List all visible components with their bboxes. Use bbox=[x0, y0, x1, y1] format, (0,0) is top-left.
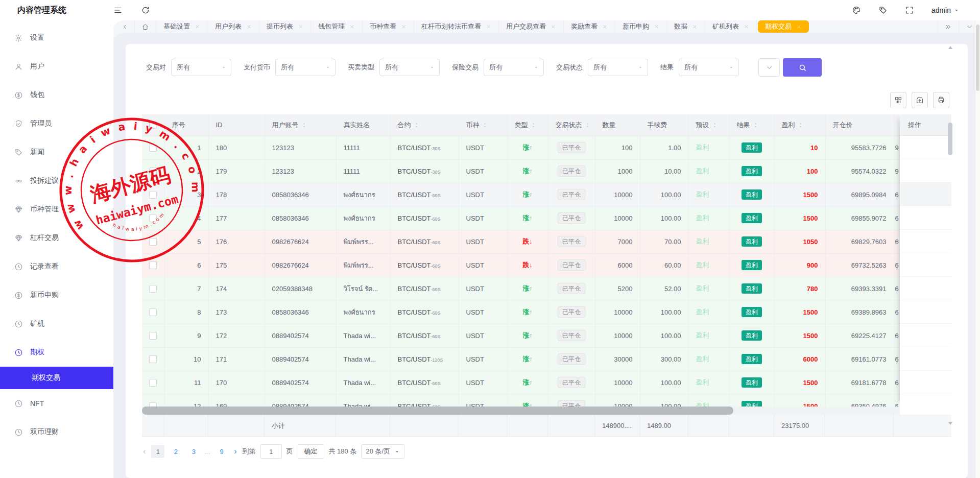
column-header-account[interactable]: 用户账号 bbox=[265, 114, 336, 136]
row-checkbox[interactable] bbox=[149, 214, 157, 222]
tab-8[interactable]: 奖励查看 bbox=[564, 20, 615, 33]
table-row[interactable]: 81730858036346พงศ์ธนากรBTC/USDT-60SUSDT涨… bbox=[142, 300, 951, 324]
table-row[interactable]: 41770858036346พงศ์ธนากรBTC/USDT-60SUSDT涨… bbox=[142, 206, 951, 230]
page-button-3[interactable]: 3 bbox=[187, 445, 200, 458]
sort-icon[interactable] bbox=[301, 122, 307, 129]
close-icon[interactable] bbox=[401, 24, 407, 30]
tab-11[interactable]: 矿机列表 bbox=[705, 20, 757, 33]
sidebar-item-钱包[interactable]: 钱包 bbox=[0, 81, 113, 109]
next-page-button[interactable]: › bbox=[233, 447, 237, 456]
row-checkbox[interactable] bbox=[149, 402, 157, 407]
sidebar-item-新闻[interactable]: 新闻 bbox=[0, 138, 113, 166]
close-icon[interactable] bbox=[551, 24, 556, 30]
sort-icon[interactable] bbox=[753, 122, 758, 129]
column-header-preset[interactable]: 预设 bbox=[688, 114, 729, 136]
close-icon[interactable] bbox=[602, 24, 608, 30]
page-button-2[interactable]: 2 bbox=[169, 445, 182, 458]
horizontal-scrollbar[interactable] bbox=[142, 407, 900, 415]
sidebar-item-杠杆交易[interactable]: 杠杆交易 bbox=[0, 224, 113, 252]
column-header-type[interactable]: 类型 bbox=[507, 114, 548, 136]
table-row[interactable]: 717402059388348วิโรจน์ รัต...BTC/USDT-60… bbox=[142, 277, 951, 300]
tab-5[interactable]: 币种查看 bbox=[363, 20, 414, 33]
confirm-page-button[interactable]: 确定 bbox=[298, 444, 324, 459]
tab-3[interactable]: 提币列表 bbox=[259, 20, 311, 33]
vertical-scrollbar[interactable] bbox=[947, 46, 953, 425]
sidebar-item-期权[interactable]: 期权 bbox=[0, 338, 113, 367]
sort-icon[interactable] bbox=[414, 122, 419, 129]
refresh-icon[interactable] bbox=[141, 6, 150, 15]
column-header-status[interactable]: 交易状态 bbox=[548, 114, 595, 136]
tag-icon[interactable] bbox=[878, 6, 888, 15]
fullscreen-icon[interactable] bbox=[905, 6, 914, 15]
tab-6[interactable]: 杠杆币划转法币查看 bbox=[414, 20, 499, 33]
close-icon[interactable] bbox=[654, 24, 659, 30]
row-checkbox[interactable] bbox=[149, 261, 157, 269]
goto-page-input[interactable] bbox=[260, 444, 282, 459]
sidebar-item-双币理财[interactable]: 双币理财 bbox=[0, 418, 113, 446]
close-icon[interactable] bbox=[796, 24, 802, 30]
table-row[interactable]: 61750982676624พิมพ์พรร...BTC/USDT-60SUSD… bbox=[142, 253, 951, 277]
table-row[interactable]: 91720889402574Thada wi...BTC/USDT-60SUSD… bbox=[142, 324, 951, 347]
sort-icon[interactable] bbox=[482, 122, 488, 129]
next-tabs-button[interactable] bbox=[937, 20, 959, 33]
page-button-1[interactable]: 1 bbox=[151, 445, 164, 458]
row-checkbox[interactable] bbox=[149, 308, 157, 316]
sidebar-toggle-icon[interactable] bbox=[113, 6, 123, 15]
filter-select-6[interactable]: 所有 bbox=[679, 59, 739, 76]
close-icon[interactable] bbox=[246, 24, 252, 30]
expand-filters-button[interactable] bbox=[758, 58, 780, 77]
row-checkbox[interactable] bbox=[149, 379, 157, 387]
home-tab-button[interactable] bbox=[135, 20, 156, 33]
filter-select-5[interactable]: 所有 bbox=[588, 59, 648, 76]
sidebar-submenu-期权交易[interactable]: 期权交易 bbox=[0, 367, 113, 389]
sidebar-item-币种管理[interactable]: 币种管理 bbox=[0, 195, 113, 224]
sidebar-item-记录查看[interactable]: 记录查看 bbox=[0, 252, 113, 281]
sort-icon[interactable] bbox=[585, 122, 590, 129]
row-checkbox[interactable] bbox=[149, 168, 157, 175]
search-button[interactable] bbox=[783, 58, 822, 77]
table-row[interactable]: 111700889402574Thada wi...BTC/USDT-60SUS… bbox=[142, 371, 951, 394]
export-button[interactable] bbox=[912, 92, 928, 108]
prev-page-button[interactable]: ‹ bbox=[142, 447, 147, 456]
column-header-contract[interactable]: 合约 bbox=[390, 114, 459, 136]
filter-select-3[interactable]: 所有 bbox=[379, 59, 440, 76]
scroll-down-arrow[interactable] bbox=[948, 422, 952, 425]
row-checkbox[interactable] bbox=[149, 355, 157, 363]
close-icon[interactable] bbox=[744, 24, 749, 30]
sort-icon[interactable] bbox=[798, 122, 803, 129]
column-header-result[interactable]: 结果 bbox=[729, 114, 774, 136]
page-button-9[interactable]: 9 bbox=[215, 445, 228, 458]
filter-select-4[interactable]: 所有 bbox=[484, 59, 544, 76]
table-row[interactable]: 101710889402574Thada wi...BTC/USDT-120SU… bbox=[142, 347, 951, 371]
tab-9[interactable]: 新币申购 bbox=[615, 20, 667, 33]
sidebar-item-管理员[interactable]: 管理员 bbox=[0, 109, 113, 138]
h-scroll-thumb[interactable] bbox=[142, 407, 733, 415]
table-row[interactable]: 118012312311111BTC/USDT-30SUSDT涨↑已平仓1001… bbox=[142, 136, 951, 159]
user-menu[interactable]: admin bbox=[931, 6, 960, 14]
tab-2[interactable]: 用户列表 bbox=[208, 20, 259, 33]
scroll-up-arrow[interactable] bbox=[948, 46, 952, 49]
table-row[interactable]: 217912312311111BTC/USDT-30SUSDT涨↑已平仓1000… bbox=[142, 159, 951, 183]
table-row[interactable]: 51760982676624พิมพ์พรร...BTC/USDT-60SUSD… bbox=[142, 230, 951, 253]
tab-12[interactable]: 期权交易 bbox=[758, 20, 809, 33]
table-row[interactable]: 31780858036346พงศ์ธนากรBTC/USDT-60SUSDT涨… bbox=[142, 183, 951, 206]
row-checkbox[interactable] bbox=[149, 332, 157, 340]
v-scroll-thumb[interactable] bbox=[948, 123, 952, 155]
select-all-checkbox[interactable] bbox=[149, 121, 157, 129]
sort-icon[interactable] bbox=[531, 122, 536, 129]
close-icon[interactable] bbox=[298, 24, 303, 30]
close-icon[interactable] bbox=[349, 24, 355, 30]
tab-1[interactable]: 基础设置 bbox=[156, 20, 208, 33]
sidebar-item-新币申购[interactable]: 新币申购 bbox=[0, 281, 113, 309]
tab-10[interactable]: 数据 bbox=[667, 20, 705, 33]
theme-palette-icon[interactable] bbox=[852, 6, 861, 15]
row-checkbox[interactable] bbox=[149, 238, 157, 246]
filter-select-2[interactable]: 所有 bbox=[275, 59, 336, 76]
close-icon[interactable] bbox=[486, 24, 491, 30]
row-checkbox[interactable] bbox=[149, 191, 157, 199]
close-icon[interactable] bbox=[692, 24, 698, 30]
column-header-coin[interactable]: 币种 bbox=[459, 114, 507, 136]
column-header-profit[interactable]: 盈利 bbox=[774, 114, 825, 136]
tab-4[interactable]: 钱包管理 bbox=[311, 20, 363, 33]
table-row[interactable]: 121690889402574Thada wiBTC/USDT-60SUSDT涨… bbox=[142, 394, 951, 407]
